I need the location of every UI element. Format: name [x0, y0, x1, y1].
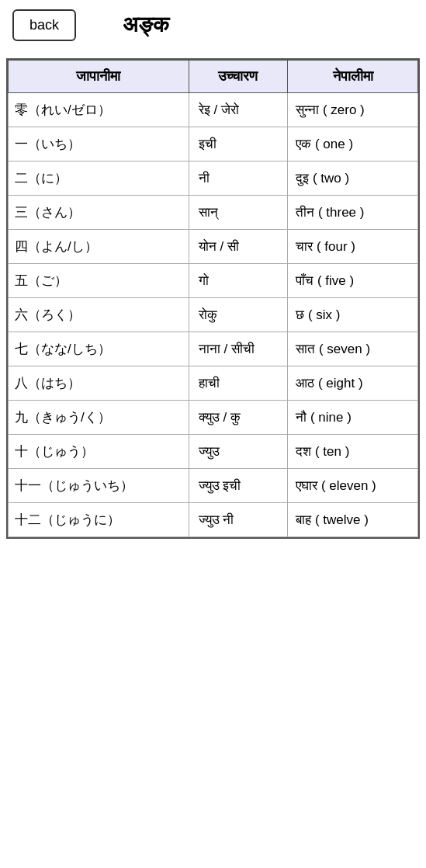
cell-pronunciation: ज्युउ इची [189, 469, 288, 503]
cell-japanese: 九（きゅう/く） [9, 401, 189, 435]
numbers-table: जापानीमा उच्चारण नेपालीमा 零（れい/ゼロ）रेइ / … [8, 60, 418, 537]
table-row: 零（れい/ゼロ）रेइ / जेरोसुन्ना ( zero ) [9, 93, 418, 127]
col-header-japanese: जापानीमा [9, 61, 189, 93]
table-row: 五（ご）गोपाँच ( five ) [9, 264, 418, 298]
cell-japanese: 十二（じゅうに） [9, 503, 189, 537]
cell-japanese: 十一（じゅういち） [9, 469, 189, 503]
cell-nepali: सात ( seven ) [288, 332, 418, 366]
table-row: 十二（じゅうに）ज्युउ नीबाह ( twelve ) [9, 503, 418, 537]
col-header-pronunciation: उच्चारण [189, 61, 288, 93]
table-row: 九（きゅう/く）क्युउ / कुनौ ( nine ) [9, 401, 418, 435]
cell-nepali: आठ ( eight ) [288, 366, 418, 401]
cell-pronunciation: रोकु [189, 298, 288, 332]
table-row: 一（いち）इचीएक ( one ) [9, 127, 418, 161]
cell-japanese: 七（なな/しち） [9, 332, 189, 366]
cell-pronunciation: ज्युउ नी [189, 503, 288, 537]
table-row: 十一（じゅういち）ज्युउ इचीएघार ( eleven ) [9, 469, 418, 503]
col-header-nepali: नेपालीमा [288, 61, 418, 93]
cell-japanese: 六（ろく） [9, 298, 189, 332]
cell-japanese: 五（ご） [9, 264, 189, 298]
cell-japanese: 二（に） [9, 161, 189, 196]
cell-pronunciation: नाना / सीची [189, 332, 288, 366]
table-row: 十（じゅう）ज्युउदश ( ten ) [9, 435, 418, 469]
cell-pronunciation: गो [189, 264, 288, 298]
page-title: अङ्क [123, 12, 169, 38]
cell-pronunciation: रेइ / जेरो [189, 93, 288, 127]
table-header-row: जापानीमा उच्चारण नेपालीमा [9, 61, 418, 93]
cell-nepali: तीन ( three ) [288, 196, 418, 230]
cell-nepali: सुन्ना ( zero ) [288, 93, 418, 127]
cell-japanese: 四（よん/し） [9, 230, 189, 264]
cell-pronunciation: क्युउ / कु [189, 401, 288, 435]
table-row: 六（ろく）रोकुछ ( six ) [9, 298, 418, 332]
cell-japanese: 一（いち） [9, 127, 189, 161]
cell-nepali: चार ( four ) [288, 230, 418, 264]
cell-nepali: बाह ( twelve ) [288, 503, 418, 537]
cell-pronunciation: हाची [189, 366, 288, 401]
cell-nepali: पाँच ( five ) [288, 264, 418, 298]
table-row: 八（はち）हाचीआठ ( eight ) [9, 366, 418, 401]
table-row: 四（よん/し）योन / सीचार ( four ) [9, 230, 418, 264]
cell-pronunciation: सान् [189, 196, 288, 230]
cell-japanese: 零（れい/ゼロ） [9, 93, 189, 127]
cell-nepali: एघार ( eleven ) [288, 469, 418, 503]
cell-nepali: नौ ( nine ) [288, 401, 418, 435]
cell-japanese: 八（はち） [9, 366, 189, 401]
back-button[interactable]: back [12, 9, 76, 41]
table-row: 二（に）नीदुइ ( two ) [9, 161, 418, 196]
cell-pronunciation: नी [189, 161, 288, 196]
page-header: back अङ्क [0, 0, 426, 50]
cell-nepali: एक ( one ) [288, 127, 418, 161]
cell-pronunciation: योन / सी [189, 230, 288, 264]
table-row: 三（さん）सान्तीन ( three ) [9, 196, 418, 230]
table-row: 七（なな/しち）नाना / सीचीसात ( seven ) [9, 332, 418, 366]
cell-japanese: 三（さん） [9, 196, 189, 230]
numbers-table-container: जापानीमा उच्चारण नेपालीमा 零（れい/ゼロ）रेइ / … [6, 58, 420, 539]
cell-pronunciation: ज्युउ [189, 435, 288, 469]
cell-japanese: 十（じゅう） [9, 435, 189, 469]
cell-nepali: दश ( ten ) [288, 435, 418, 469]
cell-nepali: दुइ ( two ) [288, 161, 418, 196]
cell-pronunciation: इची [189, 127, 288, 161]
cell-nepali: छ ( six ) [288, 298, 418, 332]
